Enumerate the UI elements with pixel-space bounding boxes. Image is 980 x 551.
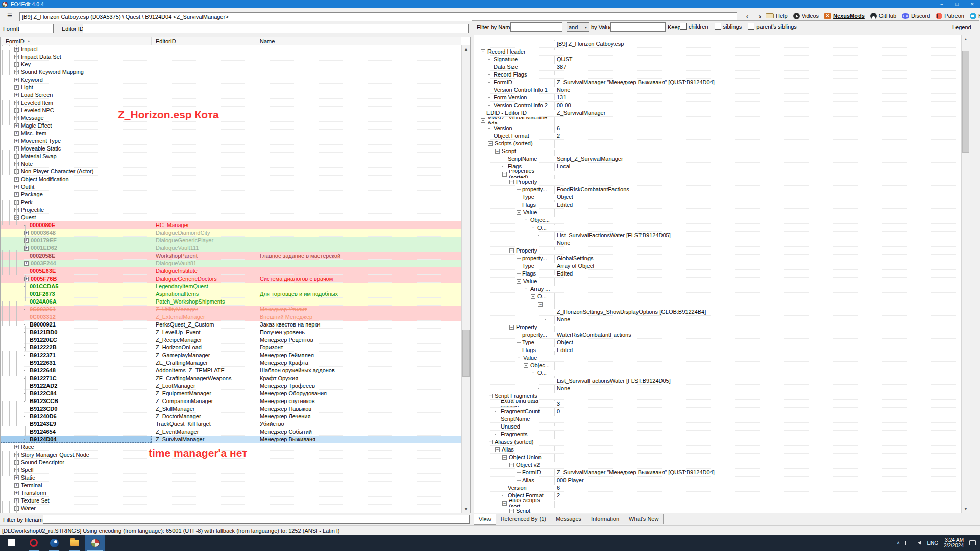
- taskbar-opera-button[interactable]: [23, 535, 44, 551]
- expand-icon[interactable]: +: [14, 162, 19, 166]
- detail-row[interactable]: FormIDZ_SurvivalManager "Менеджер Выжива…: [475, 79, 961, 86]
- detail-row[interactable]: FlagsEdited: [475, 346, 961, 354]
- expand-icon[interactable]: +: [14, 177, 19, 182]
- collapse-icon[interactable]: −: [502, 501, 507, 506]
- scroll-down-icon[interactable]: ▼: [962, 505, 970, 513]
- tab-information[interactable]: Information: [586, 514, 624, 524]
- tree-row[interactable]: +Non-Player Character (Actor): [1, 168, 461, 176]
- scroll-up-icon[interactable]: ▲: [962, 35, 970, 43]
- expand-icon[interactable]: +: [24, 246, 29, 251]
- expand-icon[interactable]: +: [14, 93, 19, 97]
- speaker-icon[interactable]: [918, 541, 921, 545]
- expand-icon[interactable]: +: [14, 55, 19, 59]
- link-github[interactable]: GitHub: [870, 13, 896, 19]
- tree-row[interactable]: +0005F76BDialogueGenericDoctorsСистема д…: [1, 275, 461, 283]
- expand-icon[interactable]: +: [14, 483, 19, 488]
- collapse-icon[interactable]: −: [509, 248, 514, 253]
- collapse-icon[interactable]: −: [524, 363, 528, 368]
- tree-row[interactable]: +Water: [1, 505, 461, 512]
- expand-icon[interactable]: +: [14, 460, 19, 465]
- tree-row[interactable]: B91220ECZ_RecipeManagerМенеджер Рецептов: [1, 336, 461, 344]
- tree-row[interactable]: +Terminal: [1, 482, 461, 489]
- detail-row[interactable]: Data Size387: [475, 63, 961, 71]
- collapse-icon[interactable]: −: [481, 118, 485, 123]
- detail-row[interactable]: Object Format2: [475, 132, 961, 140]
- tree-row[interactable]: +Magic Effect: [1, 122, 461, 130]
- tree-row[interactable]: +Object Modification: [1, 176, 461, 183]
- detail-row[interactable]: ScriptName: [475, 415, 961, 423]
- scroll-up-icon[interactable]: ▲: [462, 45, 470, 53]
- notification-icon[interactable]: [969, 540, 976, 545]
- tree-row[interactable]: B9121BD0Z_LevelUp_EventПолучен уровень: [1, 329, 461, 336]
- collapse-icon[interactable]: −: [509, 180, 514, 184]
- expand-icon[interactable]: +: [14, 498, 19, 503]
- column-header-editorid[interactable]: EditorID: [152, 37, 257, 45]
- detail-row[interactable]: None: [475, 239, 961, 247]
- hamburger-menu-icon[interactable]: ≡: [4, 11, 15, 20]
- tree-row[interactable]: +Movement Type: [1, 137, 461, 145]
- detail-row[interactable]: Fragments: [475, 431, 961, 438]
- link-nexusmods[interactable]: ✕NexusMods: [824, 13, 865, 19]
- link-discord[interactable]: Discord: [902, 13, 930, 19]
- collapse-icon[interactable]: −: [14, 215, 19, 220]
- filter-name-input[interactable]: [510, 22, 562, 32]
- detail-row[interactable]: Alias000 Player: [475, 477, 961, 484]
- language-indicator[interactable]: ENG: [927, 540, 938, 546]
- expand-icon[interactable]: +: [14, 123, 19, 128]
- back-button[interactable]: ‹: [741, 11, 753, 21]
- tree-row[interactable]: +Leveled NPC: [1, 107, 461, 114]
- tree-row[interactable]: B9122AD2Z_LootManagerМенеджер Трофееев: [1, 382, 461, 390]
- detail-row[interactable]: Version Control Info 200 00: [475, 102, 961, 109]
- detail-row[interactable]: property...WaterRiskCombatantFactions: [475, 331, 961, 339]
- checkbox-parent-s-siblings[interactable]: [748, 23, 754, 30]
- tree-row[interactable]: +Misc. Item: [1, 130, 461, 137]
- collapse-icon[interactable]: −: [488, 141, 493, 146]
- tree-row[interactable]: +Material Swap: [1, 153, 461, 160]
- detail-row[interactable]: None: [475, 316, 961, 323]
- tree-row[interactable]: B9123CCBZ_CompanionManagerМенеджер спутн…: [1, 397, 461, 405]
- expand-icon[interactable]: +: [14, 101, 19, 105]
- tree-row[interactable]: B9000921PerksQuest_Z_CustomЗаказ квестов…: [1, 321, 461, 329]
- formid-filter-input[interactable]: [19, 24, 54, 33]
- detail-row[interactable]: −Objec...: [475, 362, 961, 369]
- detail-row[interactable]: Record Flags: [475, 71, 961, 79]
- tab-messages[interactable]: Messages: [551, 514, 586, 524]
- expand-icon[interactable]: +: [14, 70, 19, 74]
- tree-row[interactable]: +Load Screen: [1, 91, 461, 99]
- detail-row[interactable]: FlagsLocal: [475, 163, 961, 170]
- expand-icon[interactable]: +: [14, 154, 19, 159]
- tree-row[interactable]: +00003648DialogueDiamondCity: [1, 229, 461, 237]
- expand-icon[interactable]: +: [24, 261, 29, 266]
- expand-icon[interactable]: +: [14, 475, 19, 480]
- expand-icon[interactable]: +: [14, 47, 19, 52]
- checkbox-siblings[interactable]: [715, 23, 721, 30]
- filter-operator-select[interactable]: and ▾: [567, 22, 589, 32]
- tree-row[interactable]: 0024A06APatch_WorkshopShipments: [1, 298, 461, 306]
- tree-row[interactable]: +Package: [1, 191, 461, 198]
- expand-icon[interactable]: +: [14, 468, 19, 472]
- expand-icon[interactable]: +: [14, 131, 19, 136]
- scrollbar-thumb[interactable]: [962, 51, 969, 153]
- collapse-icon[interactable]: −: [509, 325, 514, 330]
- tree-row[interactable]: B91240D6Z_DoctorManagerМенеджер Лечения: [1, 413, 461, 420]
- forward-button[interactable]: ›: [754, 11, 766, 21]
- detail-row[interactable]: −Array ...: [475, 285, 961, 293]
- detail-row[interactable]: Version Control Info 1None: [475, 86, 961, 94]
- expand-icon[interactable]: +: [14, 445, 19, 449]
- tree-row[interactable]: +Message: [1, 114, 461, 122]
- collapse-icon[interactable]: −: [524, 287, 528, 291]
- collapse-icon[interactable]: −: [538, 302, 543, 307]
- detail-row[interactable]: EDID - Editor IDZ_SurvivalManager: [475, 109, 961, 117]
- collapse-icon[interactable]: −: [502, 455, 507, 460]
- expand-icon[interactable]: +: [14, 108, 19, 113]
- detail-row[interactable]: FormIDZ_SurvivalManager "Менеджер Выжива…: [475, 469, 961, 477]
- expand-icon[interactable]: +: [14, 85, 19, 90]
- tab-view[interactable]: View: [474, 514, 496, 525]
- detail-row[interactable]: −O...: [475, 369, 961, 377]
- detail-row[interactable]: −Object Union: [475, 454, 961, 461]
- tree-row[interactable]: +Transform: [1, 489, 461, 497]
- tree-row[interactable]: B912222BZ_HorizonOnLoadГоризонт: [1, 344, 461, 352]
- tree-row[interactable]: B9122371Z_GameplayManagerМенеджер Геймпл…: [1, 352, 461, 359]
- tab-referenced-by-1-[interactable]: Referenced By (1): [496, 514, 551, 524]
- tree-row[interactable]: +0003F244DialogueVault81: [1, 260, 461, 267]
